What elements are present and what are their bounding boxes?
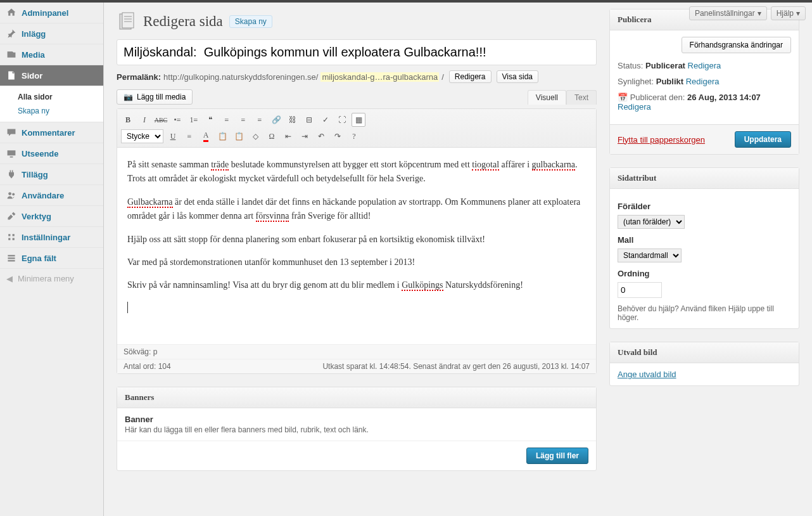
menu-users[interactable]: Användare [0, 185, 103, 206]
underline-button[interactable]: U [166, 129, 180, 143]
add-new-page-button[interactable]: Skapa ny [229, 15, 272, 28]
menu-settings[interactable]: Inställningar [0, 227, 103, 248]
number-list-button[interactable]: 1≡ [187, 113, 201, 127]
tab-visual[interactable]: Visuell [528, 90, 566, 105]
update-button[interactable]: Uppdatera [735, 131, 791, 148]
help-button[interactable]: Hjälp ▾ [771, 6, 806, 20]
redo-button[interactable]: ↷ [331, 129, 345, 143]
strike-button[interactable]: ABC [154, 113, 168, 127]
featured-image-box: Utvald bild Ange utvald bild [609, 342, 799, 386]
set-featured-image-link[interactable]: Ange utvald bild [618, 370, 676, 379]
paste-text-button[interactable]: 📋 [215, 129, 229, 143]
media-icon [6, 49, 16, 60]
chevron-down-icon: ▾ [758, 9, 761, 18]
chevron-down-icon: ▾ [796, 9, 800, 18]
home-icon [6, 8, 16, 18]
menu-dashboard[interactable]: Adminpanel [0, 3, 103, 23]
calendar-icon: 📅 [618, 93, 628, 102]
paste-word-button[interactable]: 📋 [232, 129, 246, 143]
fields-icon [6, 253, 16, 263]
collapse-menu[interactable]: ◀Minimera meny [0, 269, 103, 288]
italic-button[interactable]: I [137, 113, 151, 127]
align-left-button[interactable]: ≡ [220, 113, 234, 127]
editor-toolbar: B I ABC •≡ 1≡ ❝ ≡ ≡ ≡ 🔗 ⛓ ⊟ ✓ ⛶ [117, 109, 596, 148]
editor-path: Sökväg: p [117, 344, 596, 359]
svg-point-0 [8, 192, 11, 195]
order-input[interactable] [618, 282, 662, 298]
menu-comments[interactable]: Kommentarer [0, 122, 103, 143]
svg-rect-3 [122, 13, 134, 28]
featured-box-title: Utvald bild [610, 342, 799, 363]
add-more-banners-button[interactable]: Lägg till fler [526, 448, 588, 464]
spellcheck-button[interactable]: ✓ [319, 113, 333, 127]
submenu-new-page[interactable]: Skapa ny [0, 104, 103, 118]
attributes-box-title: Sidattribut [610, 168, 799, 189]
more-button[interactable]: ⊟ [302, 113, 316, 127]
undo-button[interactable]: ↶ [314, 129, 328, 143]
indent-button[interactable]: ⇥ [298, 129, 312, 143]
parent-select[interactable]: (utan förälder) [618, 215, 685, 229]
blockquote-button[interactable]: ❝ [203, 113, 217, 127]
users-icon [6, 190, 16, 200]
permalink-base: http://gulkoping.naturskyddsforeningen.s… [163, 72, 318, 82]
edit-date-link[interactable]: Redigera [618, 102, 651, 112]
post-title-input[interactable] [117, 39, 597, 65]
settings-icon [6, 232, 16, 242]
banners-box: Banners Banner Här kan du lägga till en … [117, 387, 597, 471]
fullscreen-button[interactable]: ⛶ [335, 113, 349, 127]
view-page-button[interactable]: Visa sida [497, 70, 538, 83]
attributes-help: Behöver du hjälp? Använd fliken Hjälp up… [618, 304, 791, 322]
preview-button[interactable]: Förhandsgranska ändringar [682, 37, 791, 53]
media-icon: 📷 [124, 93, 133, 101]
permalink-label: Permalänk: [117, 72, 161, 82]
editor-container: B I ABC •≡ 1≡ ❝ ≡ ≡ ≡ 🔗 ⛓ ⊟ ✓ ⛶ [117, 108, 597, 374]
template-label: Mall [618, 235, 791, 245]
edit-permalink-button[interactable]: Redigera [449, 70, 492, 83]
trash-link[interactable]: Flytta till papperskorgen [618, 135, 705, 145]
add-media-button[interactable]: 📷Lägg till media [117, 89, 193, 105]
menu-pages[interactable]: Sidor [0, 65, 103, 86]
collapse-icon: ◀ [6, 274, 13, 283]
editor-content[interactable]: På sitt senaste samman träde beslutade k… [117, 148, 596, 344]
link-button[interactable]: 🔗 [269, 113, 283, 127]
menu-plugins[interactable]: Tillägg [0, 164, 103, 185]
permalink-slug[interactable]: miljoskandal-g…ra-gulbackarna [320, 72, 439, 82]
bold-button[interactable]: B [121, 113, 135, 127]
submenu-all-pages[interactable]: Alla sidor [0, 90, 103, 104]
last-saved: Utkast sparat kl. 14:48:54. Senast ändra… [322, 362, 590, 371]
edit-status-link[interactable]: Redigera [688, 61, 721, 70]
edit-visibility-link[interactable]: Redigera [686, 77, 720, 86]
align-center-button[interactable]: ≡ [236, 113, 250, 127]
kitchensink-button[interactable]: ▦ [352, 113, 365, 127]
editor-help-button[interactable]: ? [347, 129, 361, 143]
special-char-button[interactable]: Ω [265, 129, 279, 143]
bullet-list-button[interactable]: •≡ [170, 113, 184, 127]
admin-sidebar: Adminpanel Inlägg Media Sidor Alla sidor… [0, 3, 104, 516]
remove-format-button[interactable]: ◇ [248, 129, 262, 143]
word-count: Antal ord: 104 [124, 362, 171, 371]
format-select[interactable]: Stycke [121, 129, 163, 143]
unlink-button[interactable]: ⛓ [286, 113, 300, 127]
order-label: Ordning [618, 269, 791, 278]
banner-field-title: Banner [125, 415, 588, 424]
justify-button[interactable]: ≡ [182, 129, 196, 143]
pin-icon [6, 29, 16, 39]
menu-media[interactable]: Media [0, 44, 103, 65]
screen-options-button[interactable]: Panelinställningar ▾ [689, 6, 767, 20]
publish-box: Publicera Förhandsgranska ändringar Stat… [609, 9, 799, 155]
tab-text[interactable]: Text [566, 90, 597, 105]
text-cursor [127, 302, 128, 313]
align-right-button[interactable]: ≡ [253, 113, 267, 127]
menu-appearance[interactable]: Utseende [0, 143, 103, 164]
textcolor-button[interactable]: A [199, 129, 213, 143]
menu-custom-fields[interactable]: Egna fält [0, 248, 103, 269]
page-attributes-box: Sidattribut Förälder (utan förälder) Mal… [609, 167, 799, 329]
parent-label: Förälder [618, 202, 791, 211]
outdent-button[interactable]: ⇤ [281, 129, 295, 143]
banner-field-desc: Här kan du lägga till en eller flera ban… [125, 425, 588, 434]
template-select[interactable]: Standardmall [618, 248, 682, 262]
menu-tools[interactable]: Verktyg [0, 206, 103, 227]
menu-posts[interactable]: Inlägg [0, 23, 103, 44]
page-heading: Redigera sida [143, 13, 223, 30]
comment-icon [6, 127, 16, 138]
